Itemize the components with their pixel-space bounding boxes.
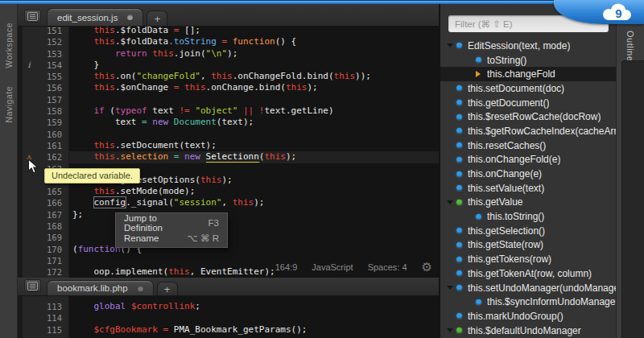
code-line[interactable]: 165 this.setMode(mode); bbox=[23, 186, 439, 197]
code-text: this.on("changeFold", this.onChangeFold.… bbox=[69, 71, 439, 82]
tab-list-button[interactable] bbox=[24, 279, 41, 292]
dot-blue-icon bbox=[456, 43, 468, 48]
outline-item-label: this.toString() bbox=[487, 211, 544, 222]
modified-indicator bbox=[127, 14, 133, 20]
gutter-icon-slot bbox=[23, 94, 35, 105]
line-number: 157 bbox=[35, 94, 69, 105]
gutter-icon-slot bbox=[23, 232, 35, 243]
gutter-cell: 165 bbox=[23, 186, 69, 197]
code-text: global $controllink; bbox=[69, 301, 439, 312]
code-line[interactable]: 169 bbox=[23, 232, 439, 243]
code-line[interactable]: 170(function() { bbox=[23, 244, 439, 255]
modified-indicator bbox=[138, 286, 143, 291]
code-line[interactable]: 155 this.on("changeFold", this.onChangeF… bbox=[23, 71, 439, 82]
code-line[interactable]: 114 bbox=[23, 312, 439, 324]
outline-item[interactable]: this.setDocument(doc) bbox=[440, 81, 616, 96]
menu-item-rename[interactable]: Rename⌥ ⌘ R bbox=[116, 230, 227, 245]
code-line[interactable]: 152 this.$foldData.toString = function()… bbox=[23, 36, 439, 47]
code-line[interactable]: 161 this.setDocument(text); bbox=[23, 140, 439, 151]
new-tab-button[interactable]: + bbox=[157, 282, 178, 295]
outline-item-label: this.getDocument() bbox=[468, 97, 549, 109]
code-editor[interactable]: 151 this.$foldData = [];152 this.$foldDa… bbox=[18, 27, 439, 278]
outline-item[interactable]: this.setUndoManager(undoManager) bbox=[440, 281, 616, 295]
outline-item[interactable]: EditSession(text, mode) bbox=[440, 39, 616, 53]
code-line[interactable]: 113 global $controllink; bbox=[23, 301, 439, 312]
new-tab-button[interactable]: + bbox=[147, 10, 167, 26]
outline-item[interactable]: this.getTokens(row) bbox=[440, 252, 616, 266]
code-editor[interactable]: 113 global $controllink;114115 $cfgBookm… bbox=[18, 296, 439, 338]
line-number: 113 bbox=[35, 301, 69, 312]
outline-item[interactable]: this.changeFold bbox=[440, 67, 616, 81]
outline-item[interactable]: this.setValue(text) bbox=[440, 181, 616, 196]
gutter-cell: 166 bbox=[23, 197, 69, 208]
language-mode[interactable]: JavaScript bbox=[312, 262, 353, 272]
sidebar-item-workspace[interactable]: Workspace bbox=[4, 23, 14, 68]
code-line[interactable]: 168 bbox=[23, 221, 439, 232]
outline-item[interactable]: this.$getRowCacheIndex(cacheArray, val bbox=[440, 124, 616, 138]
expander-icon[interactable] bbox=[447, 200, 456, 204]
outline-item[interactable]: this.markUndoGroup() bbox=[440, 309, 616, 324]
outline-item-label: this.markUndoGroup() bbox=[468, 311, 564, 322]
outline-item[interactable]: this.getValue bbox=[440, 196, 616, 210]
warning-icon[interactable]: ⚠ bbox=[23, 151, 35, 163]
gutter-icon-slot bbox=[23, 36, 35, 47]
sidebar-item-navigate[interactable]: Navigate bbox=[4, 86, 14, 122]
gutter-icon-slot bbox=[23, 221, 35, 232]
outline-item-label: this.getSelection() bbox=[468, 225, 545, 237]
line-number: 171 bbox=[35, 255, 69, 266]
dot-blue-icon bbox=[456, 242, 468, 248]
top-tab-bar: edit_session.js + bbox=[18, 4, 439, 27]
outline-item-label: this.setValue(text) bbox=[468, 183, 544, 194]
outline-item[interactable]: this.onChange(e) bbox=[440, 167, 616, 181]
expander-icon[interactable] bbox=[447, 328, 456, 332]
outline-item[interactable]: this.toString() bbox=[440, 209, 616, 224]
line-number: 167 bbox=[35, 209, 69, 221]
tab-outline[interactable]: Outline bbox=[625, 31, 635, 61]
line-number: 169 bbox=[35, 232, 69, 243]
tab-list-button[interactable] bbox=[24, 10, 41, 23]
code-line[interactable]: 167}; bbox=[23, 209, 439, 221]
settings-gear-icon[interactable]: ⚙ bbox=[422, 261, 432, 273]
outline-item[interactable]: toString() bbox=[440, 53, 616, 68]
expander-icon[interactable] bbox=[447, 286, 456, 290]
outline-item-label: this.$getRowCacheIndex(cacheArray, val bbox=[468, 126, 616, 137]
code-text: text = new Document(text); bbox=[69, 117, 439, 128]
menu-item-jump-to-definition[interactable]: Jump to DefinitionF3 bbox=[116, 215, 227, 230]
outline-item[interactable]: this.onChangeFold(e) bbox=[440, 153, 616, 167]
outline-panel: EditSession(text, mode)toString()this.ch… bbox=[439, 4, 616, 338]
tab-edit-session[interactable]: edit_session.js bbox=[47, 8, 143, 26]
code-line[interactable]: 115 $cfgBookmark = PMA_Bookmark_getParam… bbox=[23, 324, 439, 336]
outline-item[interactable]: this.resetCaches() bbox=[440, 138, 616, 153]
code-line[interactable]: 160 bbox=[23, 129, 439, 140]
outline-item-label: this.$resetRowCache(docRow) bbox=[468, 111, 601, 122]
right-sidebar: Outline bbox=[616, 4, 644, 338]
gutter-cell: 156 bbox=[23, 82, 69, 93]
code-line[interactable]: 158 if (typeof text != "object" || !text… bbox=[23, 105, 439, 117]
code-text bbox=[69, 312, 439, 324]
code-text: this.$foldData = []; bbox=[69, 27, 439, 36]
code-line[interactable]: 159 text = new Document(text); bbox=[23, 117, 439, 128]
outline-item[interactable]: this.getState(row) bbox=[440, 238, 616, 253]
code-line[interactable]: 151 this.$foldData = []; bbox=[23, 27, 439, 36]
outline-item[interactable]: this.$syncInformUndoManager() bbox=[440, 295, 616, 309]
code-line[interactable]: i154 } bbox=[23, 60, 439, 71]
line-number: 153 bbox=[35, 48, 69, 60]
indent-setting[interactable]: Spaces: 4 bbox=[368, 262, 407, 272]
code-line[interactable]: 157 bbox=[23, 94, 439, 105]
code-line[interactable]: 153 return this.join("\n"); bbox=[23, 48, 439, 60]
code-line[interactable]: 166 config._signal("session", this); bbox=[23, 197, 439, 208]
outline-item[interactable]: this.getDocument() bbox=[440, 96, 616, 110]
code-line[interactable]: 156 this.$onChange = this.onChange.bind(… bbox=[23, 82, 439, 93]
outline-item[interactable]: this.getSelection() bbox=[440, 224, 616, 238]
gutter-icon-slot bbox=[23, 129, 35, 140]
outline-item[interactable]: this.$defaultUndoManager bbox=[440, 324, 616, 338]
outline-item[interactable]: this.getTokenAt(row, column) bbox=[440, 266, 616, 281]
code-line[interactable]: ⚠162 this.selection = new Selectionn(thi… bbox=[23, 151, 439, 163]
info-icon[interactable]: i bbox=[23, 60, 35, 71]
tab-bookmark[interactable]: bookmark.lib.php bbox=[47, 280, 154, 295]
cloud9-logo-icon: 9 bbox=[599, 2, 633, 22]
expander-icon[interactable] bbox=[447, 43, 456, 47]
gutter-cell: 113 bbox=[23, 301, 69, 312]
outline-item[interactable]: this.$resetRowCache(docRow) bbox=[440, 109, 616, 124]
context-menu: Jump to DefinitionF3Rename⌥ ⌘ R bbox=[115, 212, 228, 248]
